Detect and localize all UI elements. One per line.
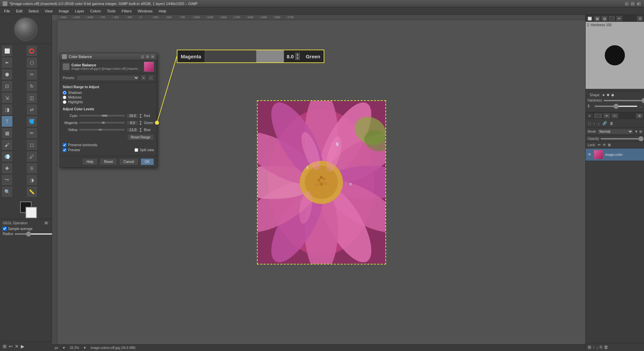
layer-delete-btn[interactable]: 🗑 bbox=[609, 121, 614, 126]
rp-tab-brushes[interactable]: ⬜ bbox=[586, 15, 593, 21]
rp-tab-patterns[interactable]: ▦ bbox=[594, 15, 600, 21]
stop-btn[interactable]: ✕ bbox=[15, 344, 19, 349]
flower-image[interactable] bbox=[257, 100, 386, 265]
window-controls[interactable]: − □ × bbox=[625, 1, 641, 6]
cb-split-view-checkbox[interactable] bbox=[135, 148, 138, 152]
cb-yellow-spin[interactable]: ▲ ▼ bbox=[139, 127, 143, 132]
tool-measure[interactable]: 📏 bbox=[26, 186, 38, 197]
cb-radio-highlights[interactable] bbox=[63, 100, 66, 104]
tool-ellipse-select[interactable]: ⭕ bbox=[26, 45, 38, 57]
undo-btn[interactable]: ↩ bbox=[9, 344, 13, 349]
cb-radio-shadows[interactable] bbox=[63, 91, 66, 95]
menu-edit[interactable]: Edit bbox=[13, 8, 25, 14]
tool-ink[interactable]: 🖊 bbox=[26, 151, 38, 162]
cb-reset-range-btn[interactable]: Reset Range bbox=[127, 134, 154, 140]
layers-tab-paths[interactable]: ✒ bbox=[603, 113, 610, 119]
tool-airbrush[interactable]: 💨 bbox=[1, 151, 13, 162]
tool-heal[interactable]: ✚ bbox=[1, 163, 13, 174]
cb-reset-btn-main[interactable]: Reset bbox=[100, 158, 117, 165]
gegl-expand-btn[interactable]: ⊞ bbox=[44, 221, 49, 225]
cb-yellow-track[interactable] bbox=[79, 128, 125, 131]
tool-clone[interactable]: ⎘ bbox=[26, 163, 38, 174]
mode-select[interactable]: Normal Multiply Screen bbox=[597, 129, 633, 134]
layers-tab-config[interactable]: ⚙ bbox=[636, 113, 643, 119]
maximize-button[interactable]: □ bbox=[631, 1, 635, 6]
rp-tab-tool-options[interactable]: ✏ bbox=[616, 15, 623, 21]
cb-yellow-down[interactable]: ▼ bbox=[139, 130, 143, 132]
cb-yellow-up[interactable]: ▲ bbox=[139, 127, 143, 130]
tool-scissors[interactable]: ✂ bbox=[26, 69, 38, 80]
cb-magenta-down[interactable]: ▼ bbox=[139, 123, 143, 125]
tool-flip[interactable]: ⇄ bbox=[26, 104, 38, 115]
tool-dodge-burn[interactable]: ◑ bbox=[26, 174, 38, 186]
tool-fuzzy-select[interactable]: ⬡ bbox=[26, 57, 38, 68]
cb-yellow-input[interactable] bbox=[126, 127, 139, 132]
cb-maximize-btn[interactable]: □ bbox=[146, 55, 150, 59]
menu-layer[interactable]: Layer bbox=[72, 8, 87, 14]
menu-filters[interactable]: Filters bbox=[119, 8, 135, 14]
new-image-btn[interactable]: ⊞ bbox=[3, 344, 7, 349]
rp-tab-palettes[interactable]: ⬛ bbox=[608, 15, 615, 21]
hardness-slider[interactable] bbox=[603, 100, 644, 101]
run-btn[interactable]: ▶ bbox=[21, 344, 24, 349]
cb-presets-select[interactable] bbox=[76, 75, 139, 81]
tool-paintbrush[interactable]: 🖌 bbox=[1, 139, 13, 151]
tool-crop[interactable]: ⊡ bbox=[1, 80, 13, 92]
cb-preset-remove-btn[interactable]: − bbox=[148, 75, 154, 81]
lock-all-btn[interactable]: ⊠ bbox=[608, 143, 611, 147]
tool-gradient[interactable]: ▦ bbox=[1, 127, 13, 139]
layer-duplicate-bottom-btn[interactable]: ⎘ bbox=[600, 345, 602, 350]
menu-windows[interactable]: Windows bbox=[135, 8, 155, 14]
cb-preserve-luminosity-checkbox[interactable] bbox=[63, 143, 66, 147]
layer-eye-icon[interactable]: 👁 bbox=[588, 152, 592, 157]
close-button[interactable]: × bbox=[637, 1, 641, 6]
layer-raise-bottom-btn[interactable]: ↑ bbox=[593, 345, 595, 350]
layer-lower-btn[interactable]: ↓ bbox=[597, 121, 600, 126]
mode-more-btn[interactable]: ⊞ bbox=[639, 130, 642, 133]
cb-ok-btn[interactable]: OK bbox=[141, 158, 154, 165]
brush-extra-slider[interactable] bbox=[594, 106, 638, 107]
menu-tools[interactable]: Tools bbox=[104, 8, 118, 14]
gegl-sample-checkbox[interactable] bbox=[3, 227, 7, 231]
gegl-radius-slider[interactable] bbox=[14, 233, 58, 235]
cb-preview-checkbox[interactable] bbox=[63, 148, 66, 152]
menu-file[interactable]: File bbox=[1, 8, 13, 14]
tool-by-color-select[interactable]: ⬢ bbox=[1, 69, 13, 80]
cb-help-btn[interactable]: Help bbox=[82, 158, 98, 165]
tool-zoom[interactable]: 🔍 bbox=[1, 186, 13, 197]
tool-free-select[interactable]: ✒ bbox=[1, 57, 13, 68]
layer-delete-bottom-btn[interactable]: 🗑 bbox=[604, 345, 608, 350]
tool-rotate[interactable]: ↻ bbox=[26, 80, 38, 92]
tool-perspective[interactable]: ◨ bbox=[1, 104, 13, 115]
tool-scale[interactable]: ⇲ bbox=[1, 92, 13, 104]
cb-cyan-track[interactable] bbox=[79, 114, 125, 117]
cb-magenta-input[interactable] bbox=[126, 120, 139, 125]
cb-magenta-up[interactable]: ▲ bbox=[139, 120, 143, 123]
lock-pixels-btn[interactable]: ✏ bbox=[598, 143, 601, 147]
cb-minimize-btn[interactable]: _ bbox=[141, 55, 145, 59]
menu-view[interactable]: View bbox=[42, 8, 55, 14]
cb-cancel-btn[interactable]: Cancel bbox=[119, 158, 138, 165]
menu-image[interactable]: Image bbox=[56, 8, 72, 14]
layer-new-bottom-btn[interactable]: ⊞ bbox=[588, 345, 591, 350]
cb-magenta-track[interactable] bbox=[79, 121, 125, 124]
cb-cyan-spin[interactable]: ▲ ▼ bbox=[139, 113, 143, 118]
menu-help[interactable]: Help bbox=[156, 8, 169, 14]
menu-colors[interactable]: Colors bbox=[88, 8, 104, 14]
shape-circle-btn[interactable]: ● bbox=[602, 93, 605, 97]
cb-cyan-down[interactable]: ▼ bbox=[139, 116, 143, 118]
layer-link-btn[interactable]: 🔗 bbox=[602, 120, 608, 126]
layer-raise-btn[interactable]: ↑ bbox=[593, 121, 596, 126]
cb-cyan-up[interactable]: ▲ bbox=[139, 113, 143, 116]
cb-radio-midtones[interactable] bbox=[63, 96, 66, 99]
layer-lower-bottom-btn[interactable]: ↓ bbox=[596, 345, 599, 350]
rp-tab-config[interactable]: ⚙ bbox=[637, 15, 643, 21]
cb-preset-add-btn[interactable]: + bbox=[141, 75, 147, 81]
layers-tab-channels[interactable]: ⬛ bbox=[594, 113, 602, 119]
layer-item[interactable]: 👁 image-color bbox=[586, 149, 644, 161]
tool-eraser[interactable]: ◻ bbox=[26, 139, 38, 151]
cb-magenta-spin[interactable]: ▲ ▼ bbox=[139, 120, 143, 125]
rp-tab-gradients[interactable]: ▧ bbox=[601, 15, 608, 21]
layers-tab-undo[interactable]: ↩ bbox=[611, 113, 619, 119]
tool-shear[interactable]: ◫ bbox=[26, 92, 38, 104]
